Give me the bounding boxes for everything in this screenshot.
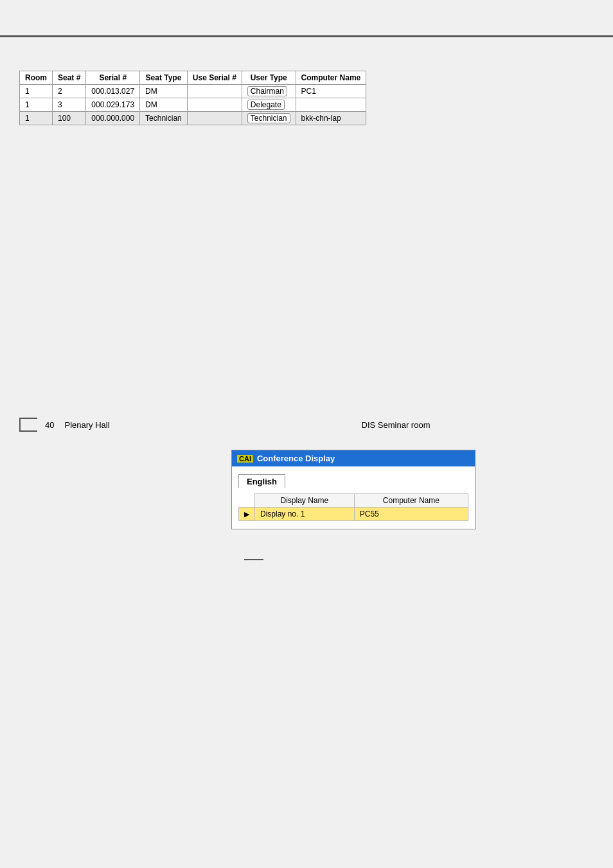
col-header-seat: Seat # xyxy=(53,71,86,85)
display-table-row[interactable]: ▶Display no. 1PC55 xyxy=(239,508,468,521)
table-cell: DM xyxy=(140,98,188,112)
room-number: 40 xyxy=(45,420,54,430)
seats-table: Room Seat # Serial # Seat Type Use Seria… xyxy=(19,71,366,125)
table-row: 1100000.000.000TechnicianTechnicianbkk-c… xyxy=(20,112,366,125)
top-border xyxy=(0,35,613,37)
row-arrow: ▶ xyxy=(239,508,255,521)
separator-line xyxy=(244,559,263,560)
col-header-seat-type: Seat Type xyxy=(140,71,188,85)
table-cell: 100 xyxy=(53,112,86,125)
table-cell: 1 xyxy=(20,98,53,112)
display-computer-cell: PC55 xyxy=(354,508,468,521)
panel-icon: CAl xyxy=(237,455,253,463)
table-cell: 000.013.027 xyxy=(86,85,140,98)
conference-panel: CAl Conference Display English Display N… xyxy=(231,450,475,529)
main-content: Room Seat # Serial # Seat Type Use Seria… xyxy=(0,0,613,146)
user-type-cell: Chairman xyxy=(242,85,296,98)
col-header-serial: Serial # xyxy=(86,71,140,85)
col-header-use-serial: Use Serial # xyxy=(187,71,242,85)
col-header-user-type: User Type xyxy=(242,71,296,85)
dis-room-label: DIS Seminar room xyxy=(362,420,431,430)
user-type-badge: Technician xyxy=(247,113,290,123)
table-cell: 1 xyxy=(20,112,53,125)
conference-panel-title: CAl Conference Display xyxy=(232,450,475,466)
user-type-cell: Technician xyxy=(242,112,296,125)
table-cell: Technician xyxy=(140,112,188,125)
seats-table-wrapper: Room Seat # Serial # Seat Type Use Seria… xyxy=(19,71,366,125)
display-table: Display Name Computer Name ▶Display no. … xyxy=(238,493,468,521)
table-row: 13000.029.173DMDelegate xyxy=(20,98,366,112)
table-cell: 2 xyxy=(53,85,86,98)
conference-panel-body: English Display Name Computer Name ▶Disp… xyxy=(232,466,475,529)
room-name: Plenary Hall xyxy=(64,420,109,430)
table-cell xyxy=(187,85,242,98)
user-type-cell: Delegate xyxy=(242,98,296,112)
room-icon xyxy=(19,418,37,432)
user-type-badge: Chairman xyxy=(247,86,287,96)
table-row: 12000.013.027DMChairmanPC1 xyxy=(20,85,366,98)
computer-name-cell: bkk-chn-lap xyxy=(296,112,366,125)
table-cell xyxy=(187,98,242,112)
display-name-cell: Display no. 1 xyxy=(255,508,355,521)
col-header-arrow xyxy=(239,494,255,508)
col-header-computer-name: Computer Name xyxy=(296,71,366,85)
computer-name-cell: PC1 xyxy=(296,85,366,98)
table-cell: 3 xyxy=(53,98,86,112)
table-cell: 1 xyxy=(20,85,53,98)
table-cell xyxy=(187,112,242,125)
col-header-display-name: Display Name xyxy=(255,494,355,508)
room-row: 40 Plenary Hall DIS Seminar room xyxy=(19,418,430,432)
col-header-room: Room xyxy=(20,71,53,85)
conference-panel-title-text: Conference Display xyxy=(257,454,335,463)
table-cell: 000.000.000 xyxy=(86,112,140,125)
user-type-badge: Delegate xyxy=(247,100,285,110)
table-cell: 000.029.173 xyxy=(86,98,140,112)
table-cell: DM xyxy=(140,85,188,98)
col-header-computer-name-display: Computer Name xyxy=(354,494,468,508)
computer-name-cell xyxy=(296,98,366,112)
english-tab[interactable]: English xyxy=(238,474,285,488)
